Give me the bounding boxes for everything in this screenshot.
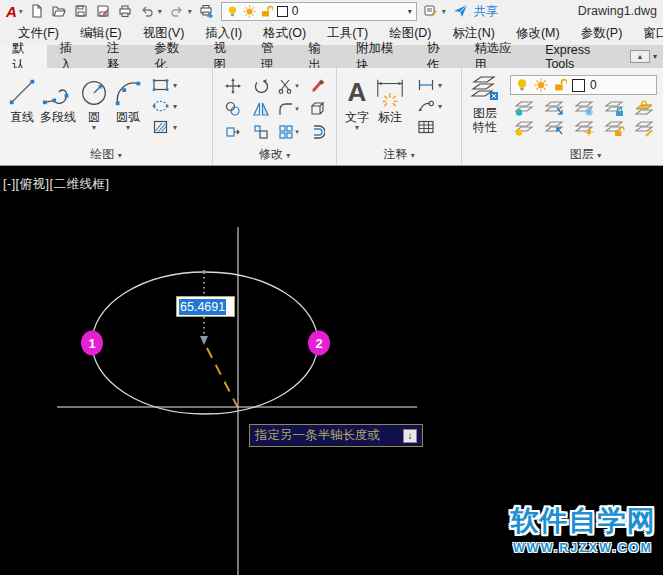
layer-properties-button[interactable]: 图层特性 bbox=[462, 68, 508, 165]
table-icon bbox=[417, 120, 435, 134]
dynamic-input-value: 65.4691 bbox=[179, 299, 226, 315]
menu-window[interactable]: 窗口(W) bbox=[643, 25, 663, 42]
tab-home[interactable]: 默认 bbox=[0, 45, 47, 68]
open-file-button[interactable] bbox=[48, 1, 70, 21]
scale-tool-button[interactable] bbox=[253, 124, 269, 140]
qat-layer-combo[interactable]: 0 ▾ bbox=[221, 2, 417, 21]
layer-state-button[interactable] bbox=[420, 1, 442, 21]
circle-dropdown-icon[interactable]: ▾ bbox=[92, 124, 96, 132]
scale-icon bbox=[253, 124, 269, 140]
panel-modify: ▾ ▾ bbox=[213, 68, 337, 165]
layer-state-caret-icon[interactable]: ▾ bbox=[442, 7, 450, 16]
fillet-dropdown-icon[interactable]: ▾ bbox=[295, 105, 299, 113]
linear-dimension-button[interactable]: ▾ bbox=[417, 76, 442, 94]
line-icon bbox=[6, 74, 38, 110]
redo-button[interactable] bbox=[166, 1, 188, 21]
trim-dropdown-icon[interactable]: ▾ bbox=[295, 82, 299, 90]
layer-lock-button[interactable] bbox=[602, 99, 626, 117]
trim-scissors-icon bbox=[278, 78, 294, 94]
layer-on-button[interactable] bbox=[512, 119, 536, 137]
step-marker-1-label: 1 bbox=[88, 336, 95, 351]
layer-unisolate-button[interactable] bbox=[542, 119, 566, 137]
array-tool-button[interactable]: ▾ bbox=[278, 124, 299, 140]
copy-tool-button[interactable] bbox=[225, 101, 241, 117]
layer-match-button[interactable] bbox=[632, 119, 656, 137]
mirror-tool-button[interactable] bbox=[253, 101, 269, 117]
layer-make-current-button[interactable] bbox=[632, 99, 656, 117]
tab-parametric[interactable]: 参数化 bbox=[142, 45, 201, 68]
layer-thaw-sun-icon bbox=[534, 78, 548, 92]
dynamic-input-field[interactable]: 65.4691 bbox=[176, 296, 235, 317]
move-tool-button[interactable] bbox=[225, 78, 241, 94]
save-as-button[interactable] bbox=[92, 1, 114, 21]
erase-tool-button[interactable] bbox=[309, 78, 325, 94]
menu-modify[interactable]: 修改(M) bbox=[516, 25, 560, 42]
print-button[interactable] bbox=[114, 1, 136, 21]
stretch-tool-button[interactable] bbox=[225, 124, 241, 140]
panel-label-annotation[interactable]: 注释 ▾ bbox=[337, 146, 461, 163]
hatch-tool-button[interactable]: ▾ bbox=[152, 118, 177, 136]
tab-insert[interactable]: 插入 bbox=[47, 45, 94, 68]
tab-manage[interactable]: 管理 bbox=[249, 45, 296, 68]
layer-freeze-button[interactable] bbox=[572, 99, 596, 117]
tab-express-tools[interactable]: Express Tools bbox=[533, 45, 630, 68]
tab-featured-apps[interactable]: 精选应用 bbox=[462, 45, 533, 68]
layer-combo[interactable]: 0 bbox=[510, 75, 657, 95]
leader-dropdown-icon[interactable]: ▾ bbox=[438, 102, 442, 111]
panel-layers-caret-icon: ▾ bbox=[597, 151, 601, 160]
rotate-tool-button[interactable] bbox=[253, 78, 269, 94]
undo-icon bbox=[140, 4, 154, 18]
leader-button[interactable]: ▾ bbox=[417, 97, 442, 115]
viewport-controls[interactable]: [-][俯视][二维线框] bbox=[3, 176, 110, 193]
app-menu-caret-icon[interactable]: ▾ bbox=[19, 7, 23, 16]
layer-unlock-button[interactable] bbox=[602, 119, 626, 137]
rectangle-dropdown-icon[interactable]: ▾ bbox=[173, 81, 177, 90]
layer-thaw-button[interactable] bbox=[572, 119, 596, 137]
ellipse-tool-button[interactable]: ▾ bbox=[152, 97, 177, 115]
fillet-icon bbox=[278, 101, 294, 117]
printer-icon bbox=[118, 4, 132, 18]
layer-off-button[interactable] bbox=[512, 99, 536, 117]
undo-button[interactable] bbox=[136, 1, 158, 21]
rectangle-tool-button[interactable]: ▾ bbox=[152, 76, 177, 94]
redo-caret-icon[interactable]: ▾ bbox=[188, 7, 196, 16]
fillet-tool-button[interactable]: ▾ bbox=[278, 101, 299, 117]
layer-isolate-button[interactable] bbox=[542, 99, 566, 117]
ellipse-dropdown-icon[interactable]: ▾ bbox=[173, 102, 177, 111]
step-marker-2: 2 bbox=[308, 331, 330, 356]
new-file-button[interactable] bbox=[26, 1, 48, 21]
tab-output[interactable]: 输出 bbox=[296, 45, 343, 68]
arc-dropdown-icon[interactable]: ▾ bbox=[126, 124, 130, 132]
box-tool-button[interactable] bbox=[309, 101, 325, 117]
undo-caret-icon[interactable]: ▾ bbox=[158, 7, 166, 16]
panel-label-modify[interactable]: 修改 ▾ bbox=[213, 146, 336, 163]
drawing-canvas[interactable]: 1 2 [-][俯视][二维线框] 65.4691 指定另一条半轴长度或 ↓ 软… bbox=[0, 166, 663, 575]
text-dropdown-icon[interactable]: ▾ bbox=[355, 124, 359, 132]
hatch-dropdown-icon[interactable]: ▾ bbox=[173, 123, 177, 132]
ellipse-entity[interactable] bbox=[92, 272, 318, 414]
tab-addins[interactable]: 附加模块 bbox=[344, 45, 415, 68]
save-button[interactable] bbox=[70, 1, 92, 21]
linear-dimension-dropdown-icon[interactable]: ▾ bbox=[438, 81, 442, 90]
panel-label-draw[interactable]: 绘图 ▾ bbox=[0, 146, 212, 163]
panel-annotation-caret-icon: ▾ bbox=[411, 151, 415, 160]
share-button[interactable] bbox=[450, 1, 472, 21]
table-button[interactable] bbox=[417, 118, 442, 136]
array-dropdown-icon[interactable]: ▾ bbox=[295, 128, 299, 136]
panel-label-layers[interactable]: 图层 ▾ bbox=[508, 146, 663, 163]
tab-view[interactable]: 视图 bbox=[202, 45, 249, 68]
ribbon-tab-row: 默认 插入 注释 参数化 视图 管理 输出 附加模块 协作 精选应用 Expre… bbox=[0, 45, 663, 68]
offset-tool-button[interactable] bbox=[309, 124, 325, 140]
down-arrow-key-icon[interactable]: ↓ bbox=[403, 429, 417, 443]
circle-icon bbox=[78, 74, 110, 110]
plot-button[interactable] bbox=[196, 1, 218, 21]
qat-layer-caret-icon[interactable]: ▾ bbox=[408, 7, 412, 16]
dimension-icon bbox=[373, 74, 407, 110]
ribbon-minimize-button[interactable]: ▲ ▾ bbox=[630, 45, 657, 68]
tab-annotate[interactable]: 注释 bbox=[95, 45, 142, 68]
share-label[interactable]: 共享 bbox=[474, 3, 498, 20]
autocad-logo-icon[interactable]: A bbox=[4, 3, 19, 20]
tab-collaborate[interactable]: 协作 bbox=[415, 45, 462, 68]
trim-tool-button[interactable]: ▾ bbox=[278, 78, 299, 94]
menu-parametric[interactable]: 参数(P) bbox=[581, 25, 623, 42]
